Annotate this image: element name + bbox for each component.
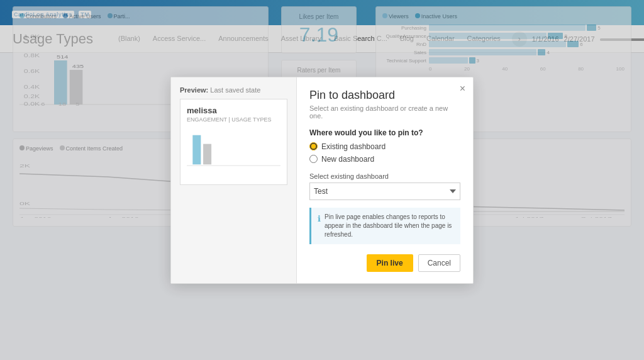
pin-live-button[interactable]: Pin live <box>367 254 413 272</box>
dialog-question: Where would you like to pin to? <box>309 128 460 137</box>
preview-chart <box>187 128 280 178</box>
dialog-subtitle: Select an existing dashboard or create a… <box>309 104 460 120</box>
cancel-button[interactable]: Cancel <box>418 254 460 272</box>
preview-tile-title: melissa <box>187 106 280 115</box>
select-existing-label: Select existing dashboard <box>309 172 460 180</box>
dialog-panel: × Pin to dashboard Select an existing da… <box>297 77 473 283</box>
dialog-actions: Pin live Cancel <box>309 254 460 272</box>
existing-dashboard-option[interactable]: Existing dashboard <box>309 142 460 151</box>
close-button[interactable]: × <box>460 84 465 94</box>
new-dashboard-label: New dashboard <box>321 155 374 164</box>
preview-tile-sub: ENGAGEMENT | USAGE TYPES <box>187 116 280 123</box>
info-text: Pin live page enables changes to reports… <box>325 213 454 239</box>
info-box: ℹ Pin live page enables changes to repor… <box>309 208 460 244</box>
pin-to-dashboard-modal: Preview: Last saved state melissa ENGAGE… <box>170 77 474 284</box>
preview-tile: melissa ENGAGEMENT | USAGE TYPES <box>180 99 287 185</box>
svg-rect-28 <box>203 143 211 164</box>
new-dashboard-option[interactable]: New dashboard <box>309 155 460 164</box>
existing-dashboard-radio[interactable] <box>309 142 318 150</box>
pin-options: Existing dashboard New dashboard <box>309 142 460 164</box>
dialog-title: Pin to dashboard <box>309 89 460 102</box>
svg-rect-27 <box>192 135 201 164</box>
existing-dashboard-label: Existing dashboard <box>321 142 386 151</box>
modal-overlay: Preview: Last saved state melissa ENGAGE… <box>0 0 644 360</box>
preview-label: Preview: Last saved state <box>180 86 287 94</box>
existing-dashboard-select[interactable]: Test <box>309 183 460 200</box>
info-icon: ℹ <box>318 213 321 239</box>
new-dashboard-radio[interactable] <box>309 155 318 163</box>
preview-panel: Preview: Last saved state melissa ENGAGE… <box>171 77 297 283</box>
